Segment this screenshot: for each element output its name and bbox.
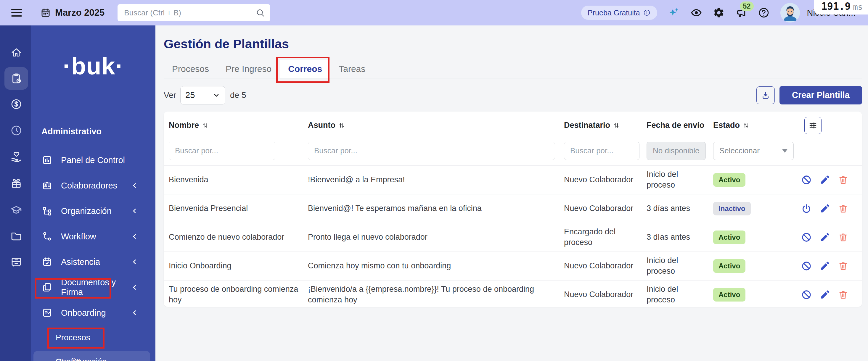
tab-pre-ingreso[interactable]: Pre Ingreso [217, 60, 280, 78]
notification-count-badge: 52 [740, 1, 754, 11]
gear-icon[interactable] [713, 7, 725, 19]
table-controls: Ver 25 de 5 Crear Plantilla [164, 86, 862, 104]
sidebar-subitem-procesos[interactable]: Procesos [31, 326, 155, 350]
disable-icon[interactable] [801, 232, 812, 243]
tab-tareas[interactable]: Tareas [330, 60, 374, 78]
filter-nombre-input[interactable] [169, 142, 275, 160]
cell-fecha: Inicio del proceso [647, 284, 713, 305]
filter-estado-select[interactable]: Seleccionar [713, 142, 794, 160]
global-search [118, 4, 270, 21]
create-template-button[interactable]: Crear Plantilla [779, 86, 862, 104]
delete-icon[interactable] [838, 232, 849, 243]
status-badge: Activo [713, 288, 745, 301]
sidebar-section-label: Administrativo [41, 127, 101, 136]
sidebar-item-onboarding[interactable]: Onboarding [31, 300, 155, 326]
download-button[interactable] [756, 87, 775, 104]
cell-destinatario: Nuevo Colaborador [564, 261, 647, 271]
workflow-branch-icon [41, 231, 53, 242]
enable-power-icon[interactable] [801, 203, 812, 214]
home-icon [10, 46, 23, 59]
rail-benefits[interactable] [4, 145, 28, 168]
eye-icon[interactable] [690, 7, 702, 19]
status-badge: Activo [713, 230, 745, 244]
cell-asunto: Bienvenid@! Te esperamos mañana en la of… [308, 203, 564, 214]
cell-nombre: Bienvenida [169, 174, 308, 185]
rail-files[interactable] [4, 225, 28, 247]
org-chart-icon [41, 205, 53, 217]
tab-correos[interactable]: Correos [280, 60, 330, 78]
main-content: Gestión de Plantillas Procesos Pre Ingre… [155, 26, 868, 361]
edit-icon[interactable] [819, 232, 830, 243]
disable-icon[interactable] [801, 260, 812, 272]
rail-archive[interactable] [4, 251, 28, 273]
delete-icon[interactable] [838, 260, 849, 272]
sidebar-item-documentos-y-firma[interactable]: Documentos y Firma [31, 274, 155, 300]
edit-icon[interactable] [819, 174, 830, 186]
page-size-select[interactable]: 25 [180, 86, 225, 104]
sidebar-item-panel-de-control[interactable]: Panel de Control [31, 147, 155, 173]
rail-payroll[interactable] [4, 93, 28, 116]
sidebar-item-asistencia[interactable]: Asistencia [31, 249, 155, 274]
rail-training[interactable] [4, 199, 28, 221]
sliders-icon [808, 121, 818, 130]
cell-asunto: Pronto llega el nuevo colaborador [308, 232, 564, 243]
calendar-check-icon [41, 256, 53, 267]
column-header-asunto[interactable]: Asunto [308, 121, 564, 130]
search-input[interactable] [118, 4, 270, 21]
trial-badge[interactable]: Prueba Gratuita [581, 6, 657, 20]
edit-icon[interactable] [819, 203, 830, 214]
filter-estado-value: Seleccionar [719, 146, 760, 155]
column-header-estado[interactable]: Estado [713, 121, 797, 130]
trial-badge-label: Prueba Gratuita [588, 8, 640, 17]
sidebar-item-organizacion[interactable]: Organización [31, 198, 155, 224]
hamburger-menu-icon[interactable] [11, 9, 22, 17]
total-label: de 5 [230, 91, 246, 100]
disable-icon[interactable] [801, 174, 812, 186]
latency-unit: ms [853, 2, 863, 11]
page-size-value: 25 [185, 90, 195, 100]
rail-time[interactable] [4, 119, 28, 142]
page-title: Gestión de Plantillas [164, 37, 868, 51]
rail-onboarding[interactable] [4, 67, 28, 90]
edit-icon[interactable] [819, 260, 830, 272]
table-filter-row: Seleccionar [164, 136, 862, 165]
period-label: Marzo 2025 [55, 7, 104, 18]
edit-icon[interactable] [819, 289, 830, 300]
buk-logo[interactable]: ·buk· [31, 52, 155, 80]
chevron-left-icon [131, 309, 138, 316]
table-row: Tu proceso de onboarding comienza hoy ¡B… [164, 280, 862, 309]
delete-icon[interactable] [838, 174, 849, 186]
download-icon [761, 91, 770, 100]
period-selector[interactable]: Marzo 2025 [40, 7, 104, 18]
tab-procesos[interactable]: Procesos [164, 60, 217, 78]
column-label: Nombre [169, 121, 199, 130]
column-header-nombre[interactable]: Nombre [169, 121, 308, 130]
ai-sparkle-icon[interactable] [668, 7, 680, 19]
cell-fecha: Inicio del proceso [647, 169, 713, 190]
cell-fecha: 3 días antes [647, 232, 713, 243]
sidebar-item-workflow[interactable]: Workflow [31, 224, 155, 249]
chevron-left-icon [131, 258, 138, 265]
rail-home[interactable] [4, 41, 28, 64]
help-icon[interactable] [758, 7, 770, 19]
table-row: Comienzo de nuevo colaborador Pronto lle… [164, 223, 862, 252]
disable-icon[interactable] [801, 289, 812, 300]
sidebar-item-colaboradores[interactable]: Colaboradores [31, 173, 155, 198]
filter-asunto-input[interactable] [308, 142, 555, 160]
sort-icon [202, 122, 209, 129]
filter-fecha-input-disabled [647, 142, 706, 160]
delete-icon[interactable] [838, 289, 849, 300]
sidebar-subitem-configuracion[interactable]: Configuración [56, 357, 107, 361]
delete-icon[interactable] [838, 203, 849, 214]
cell-asunto: ¡Bienvenido/a a {{empresa.nombre}}! Tu p… [308, 284, 564, 305]
rail-gifts[interactable] [4, 172, 28, 195]
cell-asunto: Comienza hoy mismo con tu onboarding [308, 261, 564, 271]
filter-destinatario-input[interactable] [564, 142, 640, 160]
cell-fecha: 3 días antes [647, 203, 713, 214]
sidebar-item-label: Colaboradores [61, 181, 131, 191]
column-header-actions [797, 117, 857, 134]
announcements-button[interactable]: 52 [735, 7, 747, 19]
column-settings-button[interactable] [804, 117, 822, 134]
avatar[interactable] [780, 3, 800, 23]
column-header-destinatario[interactable]: Destinatario [564, 121, 647, 130]
